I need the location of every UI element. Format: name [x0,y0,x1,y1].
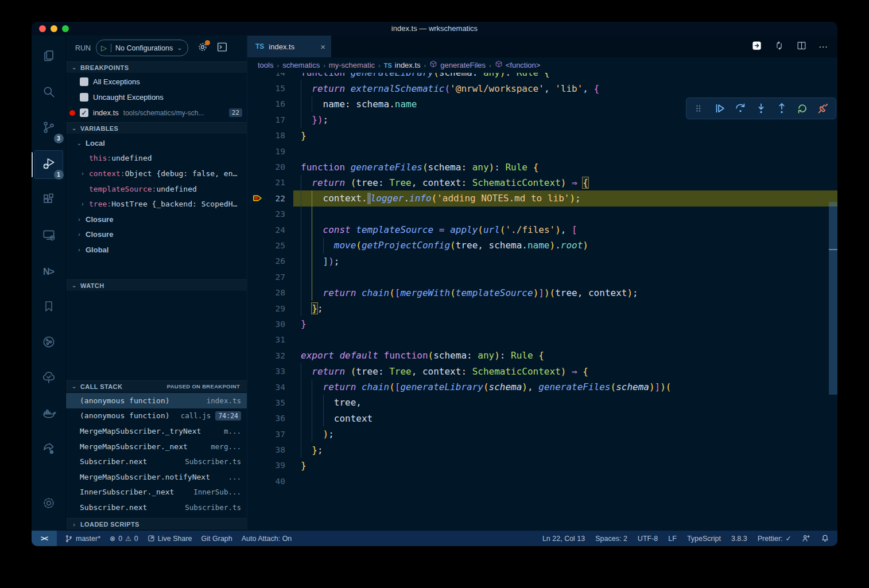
sidebar-item-live-share-ext[interactable] [35,436,63,464]
breakpoint-item[interactable]: Uncaught Exceptions [66,89,247,105]
chevron-right-icon[interactable]: › [75,247,83,253]
sidebar-item-run-debug[interactable]: 1 [34,150,63,179]
code-line[interactable]: 40 [247,473,837,489]
continue-button[interactable] [712,100,728,116]
call-stack-section-header[interactable]: ⌄ CALL STACK PAUSED ON BREAKPOINT [66,380,247,392]
step-out-button[interactable] [774,100,790,116]
call-stack-frame[interactable]: Subscriber.nextSubscriber.ts [66,500,247,515]
chevron-right-icon[interactable]: › [79,201,87,207]
code-line[interactable]: 26 ]); [247,254,837,269]
chevron-right-icon[interactable]: › [75,231,83,237]
sidebar-item-search[interactable] [35,79,63,107]
code-line-text[interactable]: return chain([generateLibrary(schema), g… [293,379,837,395]
sidebar-item-docker[interactable] [35,400,63,428]
loaded-scripts-section-header[interactable]: › LOADED SCRIPTS [66,518,247,529]
code-line[interactable]: 28 return chain([mergeWith(templateSourc… [247,285,837,300]
code-line[interactable]: 14function generateLibrary(schema: any):… [247,73,837,80]
breadcrumb-item[interactable]: generateFiles [429,60,486,70]
code-line[interactable]: 38 }; [247,442,837,457]
code-line-text[interactable]: function generateFiles(schema: any): Rul… [293,159,837,174]
code-line-text[interactable] [293,143,837,159]
sidebar-item-source-control[interactable]: 3 [35,115,63,142]
call-stack-frame[interactable]: (anonymous function)index.ts [66,393,247,408]
breadcrumb-item[interactable]: TSindex.ts [384,61,421,69]
disconnect-button[interactable] [815,100,831,116]
code-line-text[interactable]: ]); [293,254,837,269]
code-line-text[interactable]: return (tree: Tree, context: SchematicCo… [293,363,837,379]
open-changes-icon[interactable] [751,40,762,53]
code-line-text[interactable]: } [293,316,837,332]
call-stack-frame[interactable]: Subscriber.nextSubscriber.ts [66,454,247,469]
code-line-text[interactable]: export default function(schema: any): Ru… [293,348,837,363]
code-line[interactable]: 29 }; [247,301,837,316]
ts-version-item[interactable]: 3.8.3 [731,535,747,543]
problems-status-item[interactable]: ⊗ 0 ⚠ 0 [110,535,138,543]
step-over-button[interactable] [732,100,748,116]
compare-changes-icon[interactable] [774,40,785,53]
variable-row[interactable]: ›Global [66,242,247,258]
code-line-text[interactable]: return chain([mergeWith(templateSource)]… [293,285,837,300]
start-debug-icon[interactable]: ▷ [101,44,107,52]
code-line[interactable]: 32export default function(schema: any): … [247,348,837,363]
more-actions-icon[interactable]: ⋯ [818,41,828,52]
live-share-status-item[interactable]: Live Share [148,535,192,543]
code-line-text[interactable]: return (tree: Tree, context: SchematicCo… [293,175,837,190]
open-launch-json-button[interactable] [197,41,208,55]
code-line-text[interactable]: }; [293,442,837,457]
code-line-text[interactable] [293,473,837,489]
chevron-down-icon[interactable]: ⌄ [75,140,83,146]
notifications-button[interactable] [821,534,829,543]
step-into-button[interactable] [753,100,769,116]
call-stack-frame[interactable]: (anonymous function)call.js74:24 [66,408,247,424]
sidebar-item-git-graph[interactable] [35,329,63,357]
watch-section-header[interactable]: ⌄ WATCH [66,279,247,291]
code-line-text[interactable]: function generateLibrary(schema: any): R… [293,73,837,80]
code-line[interactable]: 31 [247,332,837,348]
variable-row[interactable]: ›tree: HostTree {_backend: ScopedH… [66,196,247,212]
launch-configuration-dropdown[interactable]: ▷ No Configurations ⌄ [96,40,188,56]
code-line[interactable]: 24 const templateSource = apply(url('./f… [247,222,837,237]
sidebar-item-bookmarks[interactable] [35,294,63,321]
code-line-text[interactable] [293,269,837,285]
code-line-text[interactable]: context.logger.info('adding NOTES.md to … [293,190,837,206]
indentation-item[interactable]: Spaces: 2 [595,535,627,543]
sidebar-item-test-explorer[interactable] [35,365,63,392]
code-line-text[interactable]: ); [293,426,837,442]
code-line[interactable]: 22 context.logger.info('adding NOTES.md … [247,190,837,206]
encoding-item[interactable]: UTF-8 [638,535,658,543]
breakpoint-checkbox[interactable] [80,77,88,86]
call-stack-frame[interactable]: MergeMapSubscriber.notifyNext... [66,469,247,485]
debug-console-button[interactable] [216,41,228,56]
variables-section-header[interactable]: ⌄ VARIABLES [66,122,247,134]
sidebar-item-extensions[interactable] [35,187,63,215]
variable-row[interactable]: ›Closure [66,212,247,227]
breadcrumb-item[interactable]: schematics [282,61,320,69]
code-line[interactable]: 30} [247,316,837,332]
variable-row[interactable]: ›context: Object {debug: false, en… [66,166,247,181]
sidebar-item-explorer[interactable] [35,44,63,71]
remote-indicator[interactable]: >< [32,531,57,546]
code-line[interactable]: 37 ); [247,426,837,442]
code-line-text[interactable] [293,332,837,348]
tab-index-ts[interactable]: TS index.ts × [247,36,331,57]
code-line-text[interactable]: const templateSource = apply(url('./file… [293,222,837,237]
call-stack-frame[interactable]: MergeMapSubscriber._nextmerg... [66,439,247,454]
restart-button[interactable] [794,100,810,116]
scrollbar-slider[interactable] [829,202,837,395]
code-line-text[interactable]: }; [293,301,837,316]
code-line-text[interactable]: context [293,411,837,426]
code-line[interactable]: 36 context [247,411,837,426]
code-line-text[interactable]: return externalSchematic('@nrwl/workspac… [293,80,837,96]
auto-attach-status-item[interactable]: Auto Attach: On [242,535,292,543]
code-line-text[interactable]: } [293,458,837,473]
breadcrumb-item[interactable]: my-schematic [329,61,375,69]
code-line-text[interactable]: } [293,128,837,143]
code-line[interactable]: 35 tree, [247,395,837,410]
code-line-text[interactable]: tree, [293,395,837,410]
variable-row[interactable]: templateSource: undefined [66,181,247,197]
code-line[interactable]: 15 return externalSchematic('@nrwl/works… [247,80,837,96]
breadcrumb-item[interactable]: <function> [495,60,541,70]
cursor-position-item[interactable]: Ln 22, Col 13 [542,535,585,543]
prettier-status-item[interactable]: Prettier:✓ [758,534,792,543]
code-line-text[interactable] [293,207,837,222]
